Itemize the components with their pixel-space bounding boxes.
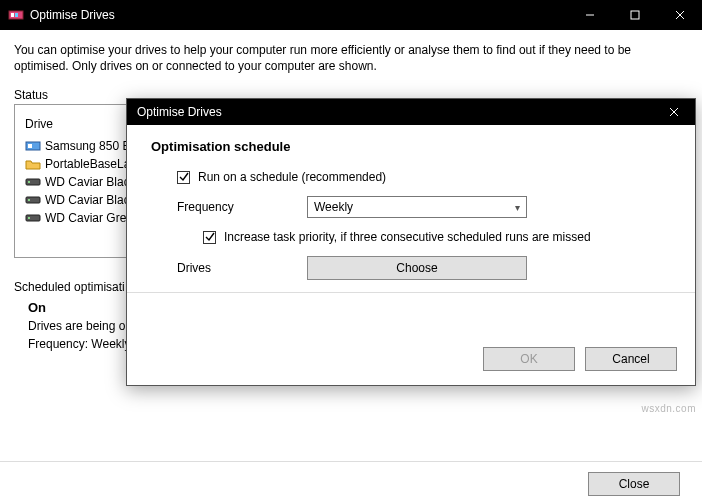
choose-drives-button[interactable]: Choose — [307, 256, 527, 280]
footer-divider — [0, 461, 702, 462]
run-schedule-label: Run on a schedule (recommended) — [198, 170, 386, 184]
run-schedule-row[interactable]: Run on a schedule (recommended) — [151, 170, 675, 184]
outer-titlebar: Optimise Drives — [0, 0, 702, 30]
minimize-button[interactable] — [567, 0, 612, 30]
svg-point-10 — [28, 181, 30, 183]
drive-icon — [25, 157, 41, 171]
drive-name: WD Caviar Black — [45, 175, 136, 189]
frequency-select[interactable]: Weekly ▾ — [307, 196, 527, 218]
drive-icon — [25, 139, 41, 153]
cancel-button[interactable]: Cancel — [585, 347, 677, 371]
frequency-value: Weekly — [314, 200, 353, 214]
dialog-close-button[interactable] — [653, 99, 695, 125]
dialog-title: Optimise Drives — [137, 105, 222, 119]
run-schedule-checkbox[interactable] — [177, 171, 190, 184]
chevron-down-icon: ▾ — [515, 202, 520, 213]
svg-rect-1 — [11, 13, 14, 17]
svg-point-12 — [28, 199, 30, 201]
priority-row[interactable]: Increase task priority, if three consecu… — [151, 230, 675, 244]
priority-checkbox[interactable] — [203, 231, 216, 244]
maximize-button[interactable] — [612, 0, 657, 30]
drive-icon — [25, 193, 41, 207]
outer-close-button[interactable] — [657, 0, 702, 30]
schedule-dialog: Optimise Drives Optimisation schedule Ru… — [126, 98, 696, 386]
close-button[interactable]: Close — [588, 472, 680, 496]
ok-button[interactable]: OK — [483, 347, 575, 371]
outer-window-title: Optimise Drives — [30, 8, 115, 22]
drive-name: WD Caviar Black — [45, 193, 136, 207]
priority-label: Increase task priority, if three consecu… — [224, 230, 591, 244]
svg-point-14 — [28, 217, 30, 219]
dialog-titlebar: Optimise Drives — [127, 99, 695, 125]
intro-text: You can optimise your drives to help you… — [14, 42, 674, 74]
svg-rect-4 — [631, 11, 639, 19]
defrag-icon — [8, 7, 24, 23]
drive-icon — [25, 175, 41, 189]
drives-label: Drives — [177, 261, 307, 275]
dialog-heading: Optimisation schedule — [151, 139, 675, 154]
drive-name: PortableBaseLay — [45, 157, 136, 171]
frequency-label: Frequency — [177, 200, 307, 214]
svg-rect-2 — [15, 13, 18, 17]
svg-rect-8 — [28, 144, 32, 148]
dialog-divider — [127, 292, 695, 293]
watermark: wsxdn.com — [641, 403, 696, 414]
drive-icon — [25, 211, 41, 225]
